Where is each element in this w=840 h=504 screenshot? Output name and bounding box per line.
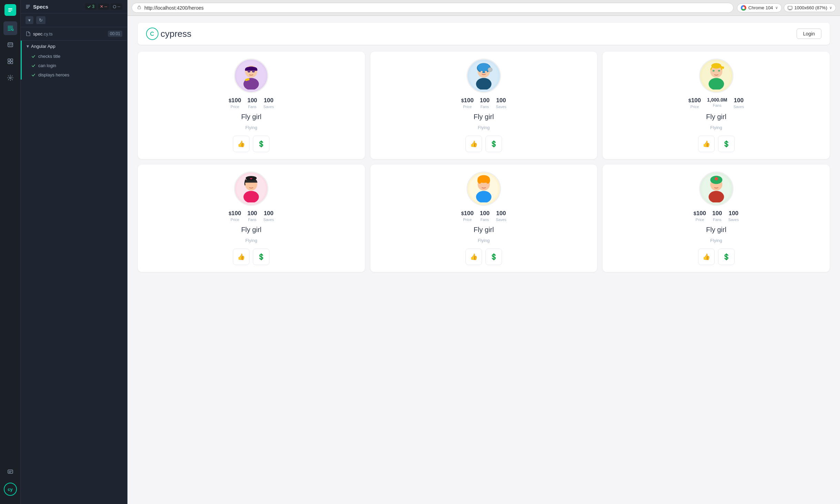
hero-card-6: $100 Price 100 Fans 100 Saves Fly girl F… <box>603 165 830 272</box>
url-bar[interactable]: http://localhost:4200/heroes <box>132 3 734 13</box>
sidebar-item-runs[interactable] <box>3 38 17 52</box>
url-text: http://localhost:4200/heroes <box>144 5 728 11</box>
svg-line-2 <box>13 30 13 31</box>
stat-price-6: $100 Price <box>694 210 706 222</box>
saves-label-2: Saves <box>496 105 506 109</box>
test-group-header[interactable]: ▾ Angular App <box>21 41 127 52</box>
hero-name-3: Fly girl <box>706 113 726 121</box>
specs-header-icon <box>25 4 30 9</box>
stat-saves-6: 100 Saves <box>728 210 739 222</box>
sidebar-item-settings[interactable] <box>3 71 17 85</box>
app-header: cypress Login <box>138 23 830 45</box>
hero-actions-1: 👍 💲 <box>233 136 269 152</box>
stat-fans-2: 100 Fans <box>480 97 490 109</box>
spec-file-row[interactable]: spec.cy.ts 00:01 <box>21 27 127 41</box>
specs-panel: Specs 3 ✕ -- -- ▾ ↻ <box>21 0 127 504</box>
specs-title: Specs <box>33 4 82 10</box>
svg-point-10 <box>9 77 11 79</box>
test-item-displays-heroes[interactable]: displays heroes <box>21 70 127 80</box>
hero-power-6: Flying <box>710 238 722 243</box>
viewport-selector[interactable]: 1000x660 (87%) ∨ <box>784 3 836 12</box>
pending-count: -- <box>117 4 120 9</box>
like-button-6[interactable]: 👍 <box>698 249 715 265</box>
svg-point-28 <box>485 71 487 73</box>
like-button-5[interactable]: 👍 <box>465 249 482 265</box>
hero-card-1: $100 Price 100 Fans 100 Saves Fly girl F… <box>138 52 365 159</box>
test-item-can-login[interactable]: can login <box>21 61 127 70</box>
cypress-logo-circle <box>146 28 158 40</box>
price-label-5: Price <box>463 218 472 222</box>
saves-label-3: Saves <box>734 105 744 109</box>
stat-saves-5: 100 Saves <box>496 210 506 222</box>
hero-actions-4: 👍 💲 <box>233 249 269 265</box>
fans-label-6: Fans <box>713 218 721 222</box>
pay-button-5[interactable]: 💲 <box>485 249 502 265</box>
pay-button-2[interactable]: 💲 <box>485 136 502 152</box>
hero-power-2: Flying <box>478 125 490 130</box>
fail-icon: ✕ <box>100 4 103 9</box>
fans-value-6: 100 <box>712 210 722 217</box>
svg-point-41 <box>253 184 255 186</box>
hero-card-3: $100 Price 1,000.0M Fans 100 Saves Fly g… <box>603 52 830 159</box>
like-button-2[interactable]: 👍 <box>465 136 482 152</box>
refresh-button[interactable]: ↻ <box>36 16 45 24</box>
hero-name-4: Fly girl <box>241 226 262 234</box>
keyboard-shortcuts-button[interactable] <box>3 465 17 479</box>
test-group-title: Angular App <box>31 44 55 49</box>
spec-file-time: 00:01 <box>108 31 122 37</box>
pay-button-4[interactable]: 💲 <box>253 249 269 265</box>
test-item-checks-title[interactable]: checks title <box>21 52 127 61</box>
svg-point-46 <box>486 177 490 183</box>
specs-badges: 3 ✕ -- -- <box>85 3 122 10</box>
svg-point-43 <box>476 191 492 202</box>
hero-card-2: $100 Price 100 Fans 100 Saves Fly girl F… <box>370 52 597 159</box>
like-button-4[interactable]: 👍 <box>233 249 249 265</box>
browser-toolbar: http://localhost:4200/heroes Chrome 104 … <box>127 0 840 16</box>
saves-value-2: 100 <box>496 97 506 104</box>
price-value-6: $100 <box>694 210 706 217</box>
chrome-browser-selector[interactable]: Chrome 104 ∨ <box>737 3 782 12</box>
pay-button-1[interactable]: 💲 <box>253 136 269 152</box>
pay-button-6[interactable]: 💲 <box>718 249 735 265</box>
saves-label-1: Saves <box>263 105 274 109</box>
hero-power-5: Flying <box>478 238 490 243</box>
stat-fans-5: 100 Fans <box>480 210 490 222</box>
hero-name-6: Fly girl <box>706 226 726 234</box>
stat-fans-4: 100 Fans <box>247 210 257 222</box>
hero-stats-2: $100 Price 100 Fans 100 Saves <box>461 97 506 109</box>
pass-icon-can-login <box>31 64 35 68</box>
svg-point-12 <box>113 5 116 8</box>
svg-point-38 <box>244 191 259 202</box>
sidebar-item-selector[interactable] <box>3 54 17 68</box>
browser-area: http://localhost:4200/heroes Chrome 104 … <box>127 0 840 504</box>
svg-point-26 <box>488 67 492 72</box>
chrome-icon <box>741 5 746 11</box>
svg-point-47 <box>480 183 482 186</box>
svg-point-45 <box>478 177 482 183</box>
pass-icon-checks-title <box>31 54 35 59</box>
svg-point-52 <box>715 177 718 180</box>
svg-point-30 <box>708 78 724 90</box>
fans-label-4: Fans <box>248 218 256 222</box>
fans-label-3: Fans <box>713 103 721 107</box>
sidebar-item-specs[interactable] <box>3 21 17 35</box>
like-button-3[interactable]: 👍 <box>698 136 715 152</box>
svg-point-48 <box>485 183 488 186</box>
cypress-logo: cy <box>4 483 17 496</box>
hero-name-5: Fly girl <box>474 226 494 234</box>
saves-value-6: 100 <box>729 210 738 217</box>
hero-actions-6: 👍 💲 <box>698 249 735 265</box>
pay-button-3[interactable]: 💲 <box>718 136 735 152</box>
hero-avatar-5 <box>467 171 501 206</box>
like-button-1[interactable]: 👍 <box>233 136 249 152</box>
fans-label-5: Fans <box>481 218 489 222</box>
hero-actions-5: 👍 💲 <box>465 249 502 265</box>
spec-file-name: spec.cy.ts <box>33 31 105 36</box>
specs-controls: ▾ ↻ <box>21 13 127 27</box>
price-label-6: Price <box>696 218 704 222</box>
browser-name: Chrome 104 <box>748 5 773 10</box>
login-button[interactable]: Login <box>797 29 821 39</box>
hero-avatar-6 <box>699 171 734 206</box>
svg-point-36 <box>718 70 720 72</box>
dropdown-button[interactable]: ▾ <box>25 16 33 24</box>
